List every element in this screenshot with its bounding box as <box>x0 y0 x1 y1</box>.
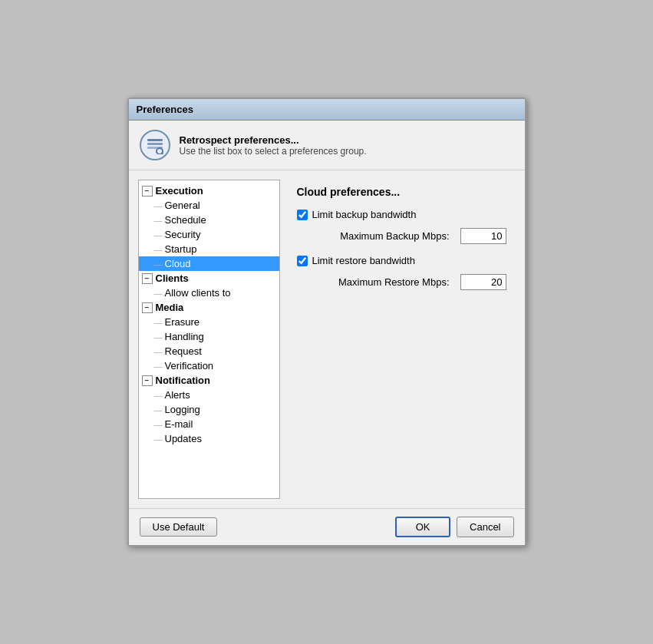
tree-label-updates: Updates <box>165 433 202 444</box>
tree-label-cloud: Cloud <box>165 258 191 269</box>
expander-media[interactable]: − <box>142 302 153 313</box>
tree-line: — <box>154 362 163 371</box>
header-section: Retrospect preferences... Use the list b… <box>129 121 525 170</box>
tree-label-handling: Handling <box>165 331 204 342</box>
tree-label-schedule: Schedule <box>165 214 206 226</box>
tree-label-general: General <box>165 200 200 211</box>
footer-right: OK Cancel <box>395 517 513 537</box>
tree-item-startup[interactable]: — Startup <box>139 242 279 256</box>
header-title: Retrospect preferences... <box>180 134 367 146</box>
tree-panel: − Execution — General — Schedule — Secur… <box>138 180 280 499</box>
tree-line: — <box>154 332 163 342</box>
limit-backup-label: Limit backup bandwidth <box>312 209 417 220</box>
footer-left: Use Default <box>140 517 218 537</box>
max-restore-input[interactable] <box>460 274 506 290</box>
tree-line: — <box>154 347 163 356</box>
tree-label-security: Security <box>165 229 201 240</box>
tree-item-logging[interactable]: — Logging <box>139 402 279 417</box>
svg-point-3 <box>157 148 163 154</box>
tree-label-logging: Logging <box>165 404 200 415</box>
tree-line: — <box>154 405 163 414</box>
max-backup-label: Maximum Backup Mbps: <box>312 230 456 242</box>
preferences-icon <box>140 130 170 160</box>
tree-label-email: E-mail <box>165 418 193 430</box>
svg-line-4 <box>162 154 163 154</box>
tree-item-cloud[interactable]: — Cloud <box>139 256 279 271</box>
tree-line: — <box>154 201 163 210</box>
limit-backup-checkbox[interactable] <box>297 210 308 220</box>
preferences-dialog: Preferences Retrospect preferences... Us… <box>127 97 526 547</box>
limit-restore-checkbox[interactable] <box>297 256 308 266</box>
tree-line: — <box>154 391 163 400</box>
tree-item-updates[interactable]: — Updates <box>139 431 279 446</box>
tree-line: — <box>154 245 163 254</box>
tree-label-execution: Execution <box>156 185 203 197</box>
tree-line: — <box>154 318 163 327</box>
use-default-button[interactable]: Use Default <box>140 517 218 537</box>
limit-restore-label: Limit restore bandwidth <box>312 255 415 266</box>
tree-line: — <box>154 434 163 444</box>
limit-backup-row: Limit backup bandwidth <box>297 209 506 220</box>
tree-label-erasure: Erasure <box>165 316 200 328</box>
title-bar: Preferences <box>129 99 525 121</box>
tree-item-allow-clients[interactable]: — Allow clients to <box>139 286 279 300</box>
dialog-title: Preferences <box>137 104 193 115</box>
tree-item-notification[interactable]: − Notification <box>139 373 279 388</box>
tree-label-startup: Startup <box>165 243 197 255</box>
tree-label-clients: Clients <box>156 272 189 284</box>
tree-item-general[interactable]: — General <box>139 198 279 213</box>
tree-line: — <box>154 216 163 225</box>
tree-item-security[interactable]: — Security <box>139 227 279 242</box>
cloud-panel-title: Cloud preferences... <box>297 186 506 198</box>
tree-item-media[interactable]: − Media <box>139 300 279 315</box>
tree-line: — <box>154 259 163 269</box>
tree-item-clients[interactable]: − Clients <box>139 271 279 286</box>
tree-item-execution[interactable]: − Execution <box>139 183 279 198</box>
max-backup-input[interactable] <box>460 228 506 244</box>
tree-label-alerts: Alerts <box>165 389 190 401</box>
tree-item-schedule[interactable]: — Schedule <box>139 213 279 227</box>
ok-button[interactable]: OK <box>395 517 450 537</box>
expander-execution[interactable]: − <box>142 186 153 197</box>
preferences-icon-svg <box>146 136 164 154</box>
tree-label-notification: Notification <box>156 375 211 386</box>
svg-rect-0 <box>147 139 163 141</box>
main-content: − Execution — General — Schedule — Secur… <box>129 170 525 508</box>
tree-item-erasure[interactable]: — Erasure <box>139 315 279 329</box>
tree-label-media: Media <box>156 302 184 313</box>
right-panel: Cloud preferences... Limit backup bandwi… <box>288 180 516 499</box>
cancel-button[interactable]: Cancel <box>457 517 513 537</box>
header-subtitle: Use the list box to select a preferences… <box>180 146 367 157</box>
tree-line: — <box>154 230 163 239</box>
footer: Use Default OK Cancel <box>129 508 525 545</box>
tree-item-email[interactable]: — E-mail <box>139 417 279 431</box>
tree-line: — <box>154 420 163 429</box>
max-backup-row: Maximum Backup Mbps: <box>297 228 506 244</box>
tree-label-verification: Verification <box>165 360 214 372</box>
tree-item-handling[interactable]: — Handling <box>139 329 279 344</box>
expander-notification[interactable]: − <box>142 375 153 386</box>
tree-line: — <box>154 289 163 298</box>
max-restore-label: Maximum Restore Mbps: <box>312 276 456 288</box>
limit-restore-row: Limit restore bandwidth <box>297 255 506 266</box>
tree-label-allow-clients: Allow clients to <box>165 287 231 299</box>
tree-item-verification[interactable]: — Verification <box>139 358 279 373</box>
expander-clients[interactable]: − <box>142 273 153 284</box>
tree-item-alerts[interactable]: — Alerts <box>139 388 279 402</box>
svg-rect-1 <box>147 143 163 145</box>
max-restore-row: Maximum Restore Mbps: <box>297 274 506 290</box>
tree-label-request: Request <box>165 345 202 357</box>
tree-item-request[interactable]: — Request <box>139 344 279 358</box>
header-text: Retrospect preferences... Use the list b… <box>180 134 367 157</box>
